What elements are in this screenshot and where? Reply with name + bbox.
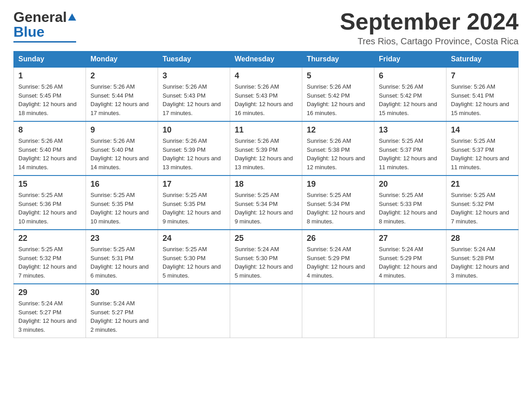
day-number: 23: [90, 234, 153, 243]
calendar-day-cell: 19Sunrise: 5:25 AMSunset: 5:34 PMDayligh…: [302, 176, 374, 230]
day-info: Sunrise: 5:25 AMSunset: 5:32 PMDaylight:…: [451, 191, 514, 226]
day-info: Sunrise: 5:26 AMSunset: 5:42 PMDaylight:…: [379, 82, 442, 117]
day-info: Sunrise: 5:24 AMSunset: 5:30 PMDaylight:…: [235, 245, 297, 280]
day-number: 30: [90, 288, 153, 297]
day-info: Sunrise: 5:26 AMSunset: 5:44 PMDaylight:…: [90, 82, 153, 117]
day-info: Sunrise: 5:24 AMSunset: 5:29 PMDaylight:…: [379, 245, 442, 280]
day-number: 11: [235, 125, 297, 135]
day-number: 8: [18, 125, 81, 135]
day-number: 14: [451, 125, 514, 135]
day-info: Sunrise: 5:26 AMSunset: 5:40 PMDaylight:…: [90, 137, 153, 171]
calendar-day-cell: 12Sunrise: 5:26 AMSunset: 5:38 PMDayligh…: [302, 121, 374, 176]
day-info: Sunrise: 5:25 AMSunset: 5:32 PMDaylight:…: [18, 245, 81, 280]
day-number: 7: [451, 71, 514, 81]
calendar-day-cell: 22Sunrise: 5:25 AMSunset: 5:32 PMDayligh…: [14, 230, 86, 284]
day-info: Sunrise: 5:25 AMSunset: 5:35 PMDaylight:…: [163, 191, 225, 226]
day-number: 28: [451, 234, 514, 243]
calendar-day-cell: 21Sunrise: 5:25 AMSunset: 5:32 PMDayligh…: [446, 176, 519, 230]
day-number: 15: [18, 180, 81, 189]
day-info: Sunrise: 5:26 AMSunset: 5:41 PMDaylight:…: [451, 82, 514, 117]
calendar-day-cell: 23Sunrise: 5:25 AMSunset: 5:31 PMDayligh…: [86, 230, 158, 284]
day-number: 2: [90, 71, 153, 81]
calendar-day-cell: 1Sunrise: 5:26 AMSunset: 5:45 PMDaylight…: [14, 67, 86, 121]
day-number: 5: [307, 71, 369, 81]
calendar-header-wednesday: Wednesday: [230, 51, 302, 68]
day-info: Sunrise: 5:25 AMSunset: 5:34 PMDaylight:…: [235, 191, 297, 226]
calendar-empty-cell: [230, 284, 302, 338]
calendar-header-friday: Friday: [374, 51, 446, 68]
day-info: Sunrise: 5:26 AMSunset: 5:43 PMDaylight:…: [163, 82, 225, 117]
calendar-day-cell: 29Sunrise: 5:24 AMSunset: 5:27 PMDayligh…: [14, 284, 86, 338]
day-info: Sunrise: 5:24 AMSunset: 5:28 PMDaylight:…: [451, 245, 514, 280]
calendar-day-cell: 11Sunrise: 5:26 AMSunset: 5:39 PMDayligh…: [230, 121, 302, 176]
calendar-header-tuesday: Tuesday: [158, 51, 230, 68]
calendar-day-cell: 10Sunrise: 5:26 AMSunset: 5:39 PMDayligh…: [158, 121, 230, 176]
page-header: General Blue September 2024 Tres Rios, C…: [13, 9, 519, 47]
calendar-day-cell: 20Sunrise: 5:25 AMSunset: 5:33 PMDayligh…: [374, 176, 446, 230]
day-info: Sunrise: 5:24 AMSunset: 5:27 PMDaylight:…: [90, 299, 153, 334]
day-number: 26: [307, 234, 369, 243]
calendar-week-row: 8Sunrise: 5:26 AMSunset: 5:40 PMDaylight…: [14, 121, 519, 176]
day-info: Sunrise: 5:26 AMSunset: 5:40 PMDaylight:…: [18, 137, 81, 171]
calendar-day-cell: 16Sunrise: 5:25 AMSunset: 5:35 PMDayligh…: [86, 176, 158, 230]
day-info: Sunrise: 5:24 AMSunset: 5:27 PMDaylight:…: [18, 299, 81, 334]
day-info: Sunrise: 5:24 AMSunset: 5:29 PMDaylight:…: [307, 245, 369, 280]
calendar-day-cell: 5Sunrise: 5:26 AMSunset: 5:42 PMDaylight…: [302, 67, 374, 121]
calendar-empty-cell: [158, 284, 230, 338]
calendar-day-cell: 9Sunrise: 5:26 AMSunset: 5:40 PMDaylight…: [86, 121, 158, 176]
day-number: 1: [18, 71, 81, 81]
title-section: September 2024 Tres Rios, Cartago Provin…: [340, 9, 519, 47]
calendar-day-cell: 18Sunrise: 5:25 AMSunset: 5:34 PMDayligh…: [230, 176, 302, 230]
calendar-week-row: 29Sunrise: 5:24 AMSunset: 5:27 PMDayligh…: [14, 284, 519, 338]
day-info: Sunrise: 5:25 AMSunset: 5:34 PMDaylight:…: [307, 191, 369, 226]
calendar-day-cell: 13Sunrise: 5:25 AMSunset: 5:37 PMDayligh…: [374, 121, 446, 176]
calendar-day-cell: 8Sunrise: 5:26 AMSunset: 5:40 PMDaylight…: [14, 121, 86, 176]
day-info: Sunrise: 5:26 AMSunset: 5:39 PMDaylight:…: [163, 137, 225, 171]
day-info: Sunrise: 5:26 AMSunset: 5:38 PMDaylight:…: [307, 137, 369, 171]
day-info: Sunrise: 5:25 AMSunset: 5:30 PMDaylight:…: [163, 245, 225, 280]
calendar-day-cell: 28Sunrise: 5:24 AMSunset: 5:28 PMDayligh…: [446, 230, 519, 284]
calendar-empty-cell: [446, 284, 519, 338]
calendar-day-cell: 4Sunrise: 5:26 AMSunset: 5:43 PMDaylight…: [230, 67, 302, 121]
day-number: 21: [451, 180, 514, 189]
day-info: Sunrise: 5:26 AMSunset: 5:43 PMDaylight:…: [235, 82, 297, 117]
day-info: Sunrise: 5:26 AMSunset: 5:45 PMDaylight:…: [18, 82, 81, 117]
calendar-week-row: 1Sunrise: 5:26 AMSunset: 5:45 PMDaylight…: [14, 67, 519, 121]
logo-blue-text: Blue: [13, 24, 44, 40]
day-number: 29: [18, 288, 81, 297]
day-info: Sunrise: 5:25 AMSunset: 5:35 PMDaylight:…: [90, 191, 153, 226]
calendar-header-row: SundayMondayTuesdayWednesdayThursdayFrid…: [14, 51, 519, 68]
calendar-day-cell: 25Sunrise: 5:24 AMSunset: 5:30 PMDayligh…: [230, 230, 302, 284]
day-info: Sunrise: 5:26 AMSunset: 5:42 PMDaylight:…: [307, 82, 369, 117]
day-number: 24: [163, 234, 225, 243]
logo-underline: [13, 41, 76, 43]
calendar-day-cell: 26Sunrise: 5:24 AMSunset: 5:29 PMDayligh…: [302, 230, 374, 284]
calendar-day-cell: 30Sunrise: 5:24 AMSunset: 5:27 PMDayligh…: [86, 284, 158, 338]
day-number: 4: [235, 71, 297, 81]
day-info: Sunrise: 5:26 AMSunset: 5:39 PMDaylight:…: [235, 137, 297, 171]
calendar-week-row: 22Sunrise: 5:25 AMSunset: 5:32 PMDayligh…: [14, 230, 519, 284]
logo: General Blue: [13, 9, 76, 43]
calendar-day-cell: 24Sunrise: 5:25 AMSunset: 5:30 PMDayligh…: [158, 230, 230, 284]
logo-general-text: General: [13, 9, 67, 26]
day-number: 22: [18, 234, 81, 243]
day-info: Sunrise: 5:25 AMSunset: 5:37 PMDaylight:…: [451, 137, 514, 171]
calendar-header-monday: Monday: [86, 51, 158, 68]
calendar-week-row: 15Sunrise: 5:25 AMSunset: 5:36 PMDayligh…: [14, 176, 519, 230]
day-number: 3: [163, 71, 225, 81]
day-info: Sunrise: 5:25 AMSunset: 5:33 PMDaylight:…: [379, 191, 442, 226]
calendar-day-cell: 7Sunrise: 5:26 AMSunset: 5:41 PMDaylight…: [446, 67, 519, 121]
day-number: 6: [379, 71, 442, 81]
calendar-table: SundayMondayTuesdayWednesdayThursdayFrid…: [13, 51, 519, 338]
calendar-day-cell: 17Sunrise: 5:25 AMSunset: 5:35 PMDayligh…: [158, 176, 230, 230]
calendar-header-sunday: Sunday: [14, 51, 86, 68]
calendar-header-saturday: Saturday: [446, 51, 519, 68]
calendar-day-cell: 14Sunrise: 5:25 AMSunset: 5:37 PMDayligh…: [446, 121, 519, 176]
day-number: 18: [235, 180, 297, 189]
day-number: 9: [90, 125, 153, 135]
day-number: 25: [235, 234, 297, 243]
calendar-day-cell: 3Sunrise: 5:26 AMSunset: 5:43 PMDaylight…: [158, 67, 230, 121]
day-number: 17: [163, 180, 225, 189]
day-info: Sunrise: 5:25 AMSunset: 5:37 PMDaylight:…: [379, 137, 442, 171]
calendar-empty-cell: [302, 284, 374, 338]
